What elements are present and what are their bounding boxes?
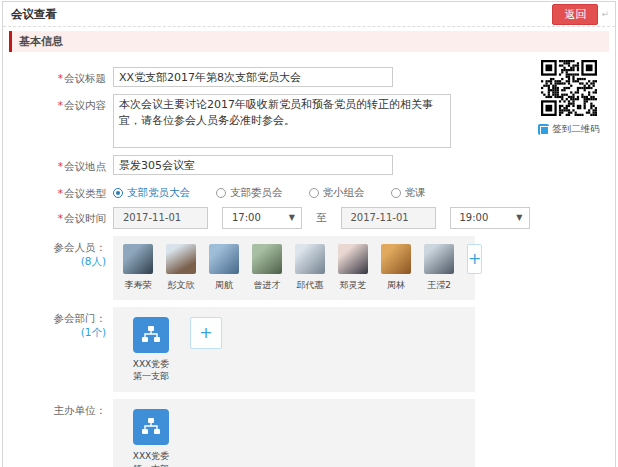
start-date-field[interactable]: 2017-11-01 <box>113 207 208 229</box>
chevron-down-icon: ▼ <box>516 208 522 228</box>
qr-mini-icon <box>538 124 549 135</box>
participant-item[interactable]: 周林 <box>381 244 411 292</box>
required-mark: * <box>58 212 63 224</box>
participants-panel: 李寿荣 彭文欣 周航 曾进才 邱代惠 郑灵芝 周林 王滢2 + <box>113 236 475 300</box>
qr-block: 签到二维码 <box>536 60 602 136</box>
basic-info-form: 签到二维码 *会议标题 *会议内容 本次会议主要讨论2017年吸收新党员和预备党… <box>3 56 615 467</box>
participant-item[interactable]: 李寿荣 <box>123 244 153 292</box>
host-unit-panel: XXX党委第一支部 <box>113 399 475 467</box>
radio-type-branch-member-meeting[interactable]: 支部党员大会 <box>113 186 190 200</box>
required-mark: * <box>58 160 63 172</box>
section-basic-info: 基本信息 <box>9 31 609 52</box>
radio-icon <box>113 188 123 198</box>
participants-count: (8人) <box>81 255 106 267</box>
host-unit-label: 主办单位： <box>54 404 107 416</box>
meeting-type-options: 支部党员大会 支部委员会 党小组会 党课 <box>113 182 426 200</box>
row-departments: 参会部门： (1个) XXX党委第一支部 + <box>3 307 615 392</box>
department-item[interactable]: XXX党委第一支部 <box>125 317 177 382</box>
host-unit-item[interactable]: XXX党委第一支部 <box>125 409 177 467</box>
meeting-view-panel: 会议查看 返回 ↵ 基本信息 签到二维码 *会议标题 *会议内容 本次会议主要讨… <box>2 1 616 467</box>
participant-item[interactable]: 周航 <box>209 244 239 292</box>
chevron-down-icon: ▼ <box>289 208 295 228</box>
row-meeting-title: *会议标题 <box>3 67 615 87</box>
avatar <box>123 244 153 274</box>
meeting-title-label: 会议标题 <box>64 72 106 84</box>
radio-icon <box>216 188 226 198</box>
avatar <box>424 244 454 274</box>
departments-label: 参会部门： <box>54 312 107 324</box>
avatar <box>295 244 325 274</box>
add-department-button[interactable]: + <box>190 317 222 349</box>
participant-item[interactable]: 彭文欣 <box>166 244 196 292</box>
avatar <box>338 244 368 274</box>
required-mark: * <box>58 99 63 111</box>
avatar <box>252 244 282 274</box>
departments-panel: XXX党委第一支部 + <box>113 307 475 392</box>
header-bar: 会议查看 返回 ↵ <box>3 2 615 27</box>
meeting-title-input[interactable] <box>113 67 393 87</box>
time-separator-label: 至 <box>316 211 327 225</box>
participant-item[interactable]: 王滢2 <box>424 244 454 292</box>
meeting-content-label: 会议内容 <box>64 99 106 111</box>
radio-icon <box>309 188 319 198</box>
meeting-location-input[interactable] <box>113 155 393 175</box>
meeting-type-label: 会议类型 <box>64 187 106 199</box>
required-mark: * <box>58 72 63 84</box>
org-chart-icon <box>133 317 169 353</box>
row-host-unit: 主办单位： XXX党委第一支部 <box>3 399 615 467</box>
radio-type-party-group[interactable]: 党小组会 <box>309 186 365 200</box>
end-date-field[interactable]: 2017-11-01 <box>341 207 436 229</box>
participant-item[interactable]: 郑灵芝 <box>338 244 368 292</box>
avatar <box>381 244 411 274</box>
radio-icon <box>391 188 401 198</box>
page-title: 会议查看 <box>11 7 57 22</box>
row-meeting-time: *会议时间 2017-11-01 17:00▼ 至 2017-11-01 19:… <box>3 207 615 229</box>
departments-count: (1个) <box>81 326 106 338</box>
row-meeting-content: *会议内容 本次会议主要讨论2017年吸收新党员和预备党员的转正的相关事宜，请各… <box>3 94 615 148</box>
meeting-time-label: 会议时间 <box>64 212 106 224</box>
start-time-select[interactable]: 17:00▼ <box>222 207 302 229</box>
row-participants: 参会人员： (8人) 李寿荣 彭文欣 周航 曾进才 邱代惠 郑灵芝 周林 王滢2… <box>3 236 615 300</box>
add-participant-button[interactable]: + <box>467 244 482 274</box>
meeting-content-textarea[interactable]: 本次会议主要讨论2017年吸收新党员和预备党员的转正的相关事宜，请各位参会人员务… <box>113 94 451 148</box>
participant-item[interactable]: 邱代惠 <box>295 244 325 292</box>
end-time-select[interactable]: 19:00▼ <box>450 207 530 229</box>
row-meeting-type: *会议类型 支部党员大会 支部委员会 党小组会 党课 <box>3 182 615 200</box>
meeting-location-label: 会议地点 <box>64 160 106 172</box>
participants-label: 参会人员： <box>54 241 107 253</box>
participant-item[interactable]: 曾进才 <box>252 244 282 292</box>
radio-type-party-class[interactable]: 党课 <box>391 186 426 200</box>
row-meeting-location: *会议地点 <box>3 155 615 175</box>
back-button[interactable]: 返回 <box>552 4 598 25</box>
linebreak-mark: ↵ <box>601 9 609 19</box>
avatar <box>166 244 196 274</box>
qr-code <box>541 60 597 116</box>
required-mark: * <box>58 187 63 199</box>
avatar <box>209 244 239 274</box>
signin-qr-link[interactable]: 签到二维码 <box>536 123 602 136</box>
signin-qr-label: 签到二维码 <box>552 123 600 136</box>
org-chart-icon <box>133 409 169 445</box>
radio-type-branch-committee[interactable]: 支部委员会 <box>216 186 283 200</box>
